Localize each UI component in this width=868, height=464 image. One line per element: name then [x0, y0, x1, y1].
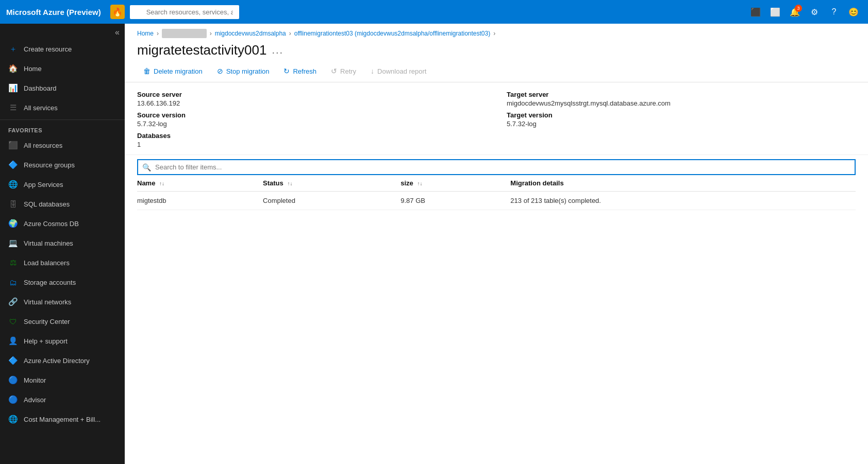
col-header-name[interactable]: Name ↑↓: [137, 175, 263, 192]
sidebar-item-label: Monitor: [24, 376, 46, 384]
col-header-status[interactable]: Status ↑↓: [263, 175, 400, 192]
cost-management-icon: 🌐: [8, 415, 18, 424]
sidebar-item-label: Load balancers: [24, 259, 70, 267]
sql-databases-icon: 🗄: [8, 199, 18, 209]
table-header-row: Name ↑↓ Status ↑↓ size ↑↓ Migration de: [137, 175, 856, 192]
refresh-icon: ↻: [283, 67, 290, 75]
databases-label: Databases: [137, 132, 486, 140]
global-search-input[interactable]: [130, 5, 239, 19]
filter-search-icon: 🔍: [138, 163, 155, 171]
security-center-icon: 🛡: [8, 317, 18, 326]
sidebar-item-label: Home: [24, 65, 42, 73]
target-server-value: migdocdevwus2mysqlsstrgt.mysql.database.…: [507, 99, 856, 107]
virtual-machines-icon: 💻: [8, 238, 18, 248]
portal-settings-icon-btn[interactable]: ⬜: [767, 4, 783, 20]
app-brand: Microsoft Azure (Preview): [6, 8, 101, 16]
search-wrap: 🔍: [130, 5, 433, 19]
cell-name: migtestdb: [137, 192, 263, 210]
all-services-icon: ☰: [8, 103, 18, 112]
sidebar-item-all-services[interactable]: ☰ All services: [0, 98, 125, 117]
sidebar-item-monitor[interactable]: 🔵 Monitor: [0, 370, 125, 390]
home-icon: 🏠: [8, 64, 18, 73]
sidebar-item-label: Help + support: [24, 337, 68, 345]
main-layout: « ＋ Create resource 🏠 Home 📊 Dashboard ☰…: [0, 24, 868, 464]
sidebar-item-sql-databases[interactable]: 🗄 SQL databases: [0, 194, 125, 214]
download-report-button[interactable]: ↓ Download report: [364, 64, 432, 78]
breadcrumb-sep-1: ›: [157, 30, 159, 37]
sidebar-item-load-balancers[interactable]: ⚖ Load balancers: [0, 253, 125, 272]
sidebar-item-storage-accounts[interactable]: 🗂 Storage accounts: [0, 272, 125, 292]
target-server-block: Target server migdocdevwus2mysqlsstrgt.m…: [507, 91, 856, 107]
cloud-shell-btn[interactable]: ⬛: [747, 4, 764, 20]
notifications-btn[interactable]: 🔔 3: [787, 4, 803, 20]
account-btn[interactable]: 😊: [845, 4, 862, 20]
sidebar-item-dashboard[interactable]: 📊 Dashboard: [0, 78, 125, 98]
sidebar-item-virtual-machines[interactable]: 💻 Virtual machines: [0, 233, 125, 253]
refresh-button[interactable]: ↻ Refresh: [277, 64, 323, 78]
breadcrumb-home[interactable]: Home: [137, 30, 154, 37]
resource-groups-icon: 🔷: [8, 160, 18, 169]
download-label: Download report: [377, 67, 426, 75]
dashboard-icon: 📊: [8, 83, 18, 93]
breadcrumb-sep-3: ›: [289, 30, 291, 37]
sidebar-item-label: All resources: [24, 142, 62, 149]
sidebar-item-label: Azure Cosmos DB: [24, 220, 79, 228]
top-navigation: Microsoft Azure (Preview) 🔥 🔍 ⬛ ⬜ 🔔 3 ⚙ …: [0, 0, 868, 24]
sidebar-item-label: Dashboard: [24, 84, 57, 92]
sidebar-collapse-btn[interactable]: «: [0, 24, 125, 39]
sidebar-item-label: Cost Management + Bill...: [24, 416, 101, 423]
sidebar-item-create-resource[interactable]: ＋ Create resource: [0, 39, 125, 59]
table-row[interactable]: migtestdb Completed 9.87 GB 213 of 213 t…: [137, 192, 856, 210]
cell-size: 9.87 GB: [400, 192, 510, 210]
filter-bar: 🔍: [125, 155, 868, 175]
delete-migration-button[interactable]: 🗑 Delete migration: [137, 64, 209, 78]
cell-status: Completed: [263, 192, 400, 210]
breadcrumb-sep-2: ›: [210, 30, 212, 37]
sort-icon-name: ↑↓: [159, 181, 164, 186]
sidebar-item-virtual-networks[interactable]: 🔗 Virtual networks: [0, 292, 125, 312]
cosmos-db-icon: 🌍: [8, 219, 18, 228]
breadcrumb-dms[interactable]: migdocdevwus2dmsalpha: [215, 30, 286, 37]
sidebar-item-label: SQL databases: [24, 200, 70, 208]
azure-icon-btn[interactable]: 🔥: [110, 5, 125, 19]
target-version-block: Target version 5.7.32-log: [507, 111, 856, 128]
aad-icon: 🔷: [8, 356, 18, 365]
delete-label: Delete migration: [154, 67, 203, 75]
sidebar-item-resource-groups[interactable]: 🔷 Resource groups: [0, 155, 125, 175]
load-balancers-icon: ⚖: [8, 258, 18, 267]
refresh-label: Refresh: [293, 67, 316, 75]
sidebar-item-label: Create resource: [24, 45, 72, 53]
sidebar-item-help-support[interactable]: 👤 Help + support: [0, 331, 125, 351]
page-title: migratetestactivity001: [137, 42, 266, 58]
breadcrumb-test03[interactable]: offlinemigrationtest03 (migdocdevwus2dms…: [294, 30, 490, 37]
sidebar-item-azure-active-directory[interactable]: 🔷 Azure Active Directory: [0, 351, 125, 370]
delete-icon: 🗑: [143, 67, 151, 75]
sidebar-item-label: Storage accounts: [24, 279, 76, 286]
breadcrumb-sep-4: ›: [493, 30, 495, 37]
sidebar-item-home[interactable]: 🏠 Home: [0, 59, 125, 78]
create-resource-icon: ＋: [8, 44, 18, 54]
sidebar-item-label: Azure Active Directory: [24, 357, 90, 365]
sidebar-item-security-center[interactable]: 🛡 Security Center: [0, 312, 125, 331]
stop-icon: ⊘: [217, 67, 223, 75]
help-btn[interactable]: ?: [826, 4, 842, 20]
all-resources-icon: ⬛: [8, 141, 18, 150]
col-header-size[interactable]: size ↑↓: [400, 175, 510, 192]
source-version-value: 5.7.32-log: [137, 120, 486, 128]
download-icon: ↓: [371, 67, 374, 75]
topnav-actions: ⬛ ⬜ 🔔 3 ⚙ ? 😊: [747, 4, 862, 20]
settings-btn[interactable]: ⚙: [806, 4, 823, 20]
retry-button[interactable]: ↺ Retry: [325, 64, 362, 78]
sidebar-item-all-resources[interactable]: ⬛ All resources: [0, 135, 125, 155]
filter-input[interactable]: [155, 160, 855, 174]
sidebar-item-app-services[interactable]: 🌐 App Services: [0, 175, 125, 194]
sidebar-item-azure-cosmos-db[interactable]: 🌍 Azure Cosmos DB: [0, 214, 125, 233]
stop-migration-button[interactable]: ⊘ Stop migration: [211, 64, 276, 78]
page-more-button[interactable]: ...: [272, 44, 283, 56]
sort-icon-size: ↑↓: [417, 181, 422, 186]
sidebar-item-cost-management[interactable]: 🌐 Cost Management + Bill...: [0, 409, 125, 429]
databases-block: Databases 1: [137, 132, 486, 148]
source-version-block: Source version 5.7.32-log: [137, 111, 486, 128]
filter-input-wrap: 🔍: [137, 159, 856, 175]
sidebar-item-advisor[interactable]: 🔵 Advisor: [0, 390, 125, 409]
